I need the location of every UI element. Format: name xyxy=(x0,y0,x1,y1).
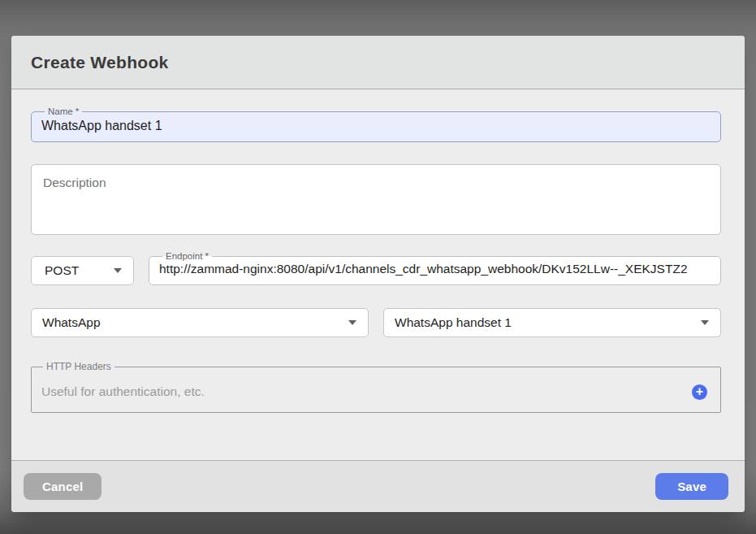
chevron-down-icon xyxy=(701,320,709,325)
dialog-footer: Cancel Save xyxy=(11,460,745,512)
endpoint-field[interactable]: Endpoint * http://zammad-nginx:8080/api/… xyxy=(149,251,721,285)
http-headers-field: HTTP Headers Useful for authentication, … xyxy=(31,362,721,413)
handset-select-value: WhatsApp handset 1 xyxy=(395,315,512,330)
http-headers-row: Useful for authentication, etc. + xyxy=(41,371,707,412)
save-button[interactable]: Save xyxy=(655,473,728,500)
name-field-label: Name * xyxy=(45,106,82,116)
http-headers-label: HTTP Headers xyxy=(43,362,114,371)
http-method-select[interactable]: POST xyxy=(31,256,134,285)
channel-row: WhatsApp WhatsApp handset 1 xyxy=(31,308,721,337)
plus-icon: + xyxy=(696,385,703,398)
chevron-down-icon xyxy=(114,268,122,273)
name-field-value[interactable]: WhatsApp handset 1 xyxy=(41,117,711,134)
description-field[interactable]: Description xyxy=(31,164,721,235)
handset-select[interactable]: WhatsApp handset 1 xyxy=(383,308,721,337)
endpoint-row: POST Endpoint * http://zammad-nginx:8080… xyxy=(31,251,721,285)
description-placeholder: Description xyxy=(43,176,709,190)
page-title: Create Webhook xyxy=(31,53,169,72)
add-header-button[interactable]: + xyxy=(692,384,707,400)
endpoint-field-label: Endpoint * xyxy=(162,251,212,261)
http-headers-placeholder: Useful for authentication, etc. xyxy=(41,384,205,399)
create-webhook-dialog: Create Webhook Name * WhatsApp handset 1… xyxy=(11,36,745,512)
chevron-down-icon xyxy=(348,320,356,325)
endpoint-field-value[interactable]: http://zammad-nginx:8080/api/v1/channels… xyxy=(159,261,711,277)
http-method-value: POST xyxy=(45,263,79,278)
channel-select-value: WhatsApp xyxy=(42,315,101,330)
cancel-button[interactable]: Cancel xyxy=(24,473,102,500)
dialog-body: Name * WhatsApp handset 1 Description PO… xyxy=(11,89,745,460)
channel-select[interactable]: WhatsApp xyxy=(31,308,369,337)
name-field[interactable]: Name * WhatsApp handset 1 xyxy=(31,106,721,142)
dialog-header: Create Webhook xyxy=(11,36,745,89)
